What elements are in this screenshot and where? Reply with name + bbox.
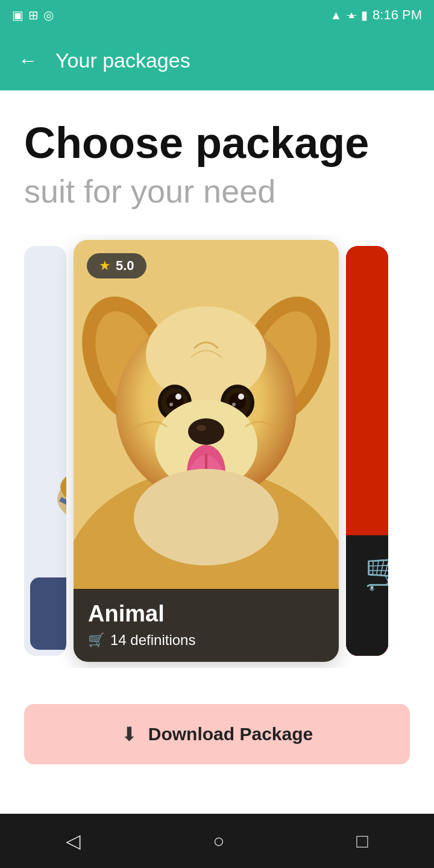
star-icon: ★ bbox=[99, 258, 111, 274]
main-content: Choose package suit for your need bbox=[0, 90, 434, 686]
cart-icon: 🛒 bbox=[88, 632, 104, 648]
choose-title: Choose package bbox=[24, 121, 410, 166]
photo-icon: ⊞ bbox=[28, 8, 39, 22]
svg-point-19 bbox=[169, 403, 173, 406]
card-left-partial[interactable] bbox=[24, 246, 66, 656]
partial-right-image: 🛒 bbox=[346, 246, 388, 656]
notification-icon: ▣ bbox=[12, 8, 24, 22]
card-animal-image: ★ 5.0 bbox=[74, 240, 339, 590]
wifi-icon: ▲ bbox=[330, 8, 342, 22]
status-bar-left-icons: ▣ ⊞ ◎ bbox=[12, 8, 54, 22]
svg-text:🛒: 🛒 bbox=[364, 550, 388, 593]
card-animal-name: Animal bbox=[88, 601, 324, 627]
card-info-overlay: Animal 🛒 14 definitions bbox=[74, 589, 339, 662]
dog-illustration bbox=[74, 240, 339, 590]
partial-left-image bbox=[24, 246, 66, 656]
battery-icon: ▮ bbox=[361, 8, 368, 22]
card-right-partial[interactable]: 🛒 bbox=[346, 246, 388, 656]
definitions-text: 14 definitions bbox=[110, 632, 195, 649]
nav-back-button[interactable]: ◁ bbox=[48, 823, 99, 858]
card-definitions: 🛒 14 definitions bbox=[88, 632, 324, 649]
svg-point-26 bbox=[188, 418, 224, 445]
package-carousel[interactable]: ★ 5.0 bbox=[24, 234, 410, 668]
nav-home-button[interactable]: ○ bbox=[195, 824, 242, 858]
rating-badge: ★ 5.0 bbox=[87, 253, 146, 278]
card-main-animal[interactable]: ★ 5.0 bbox=[74, 240, 339, 662]
download-package-button[interactable]: ⬇ Download Package bbox=[24, 704, 410, 764]
svg-rect-6 bbox=[30, 577, 66, 650]
signal-off-icon: ▲ bbox=[347, 10, 356, 20]
status-bar-right-icons: ▲ ▲ ▮ 8:16 PM bbox=[330, 7, 422, 23]
sync-icon: ◎ bbox=[43, 8, 54, 22]
app-bar-title: Your packages bbox=[55, 49, 190, 72]
download-label: Download Package bbox=[148, 724, 313, 744]
svg-point-34 bbox=[134, 469, 278, 565]
choose-subtitle: suit for your need bbox=[24, 172, 410, 210]
bottom-nav: ◁ ○ □ bbox=[0, 814, 434, 868]
app-bar: ← Your packages bbox=[0, 30, 434, 90]
svg-point-27 bbox=[197, 425, 206, 431]
svg-point-14 bbox=[146, 306, 266, 403]
back-button[interactable]: ← bbox=[18, 51, 37, 70]
status-time: 8:16 PM bbox=[373, 7, 422, 23]
nav-recent-button[interactable]: □ bbox=[338, 824, 386, 858]
svg-point-24 bbox=[232, 403, 236, 406]
rating-value: 5.0 bbox=[116, 258, 134, 274]
download-section: ⬇ Download Package bbox=[0, 686, 434, 788]
download-icon: ⬇ bbox=[121, 723, 137, 746]
svg-point-23 bbox=[238, 394, 244, 400]
svg-point-18 bbox=[175, 394, 181, 400]
status-bar: ▣ ⊞ ◎ ▲ ▲ ▮ 8:16 PM bbox=[0, 0, 434, 30]
